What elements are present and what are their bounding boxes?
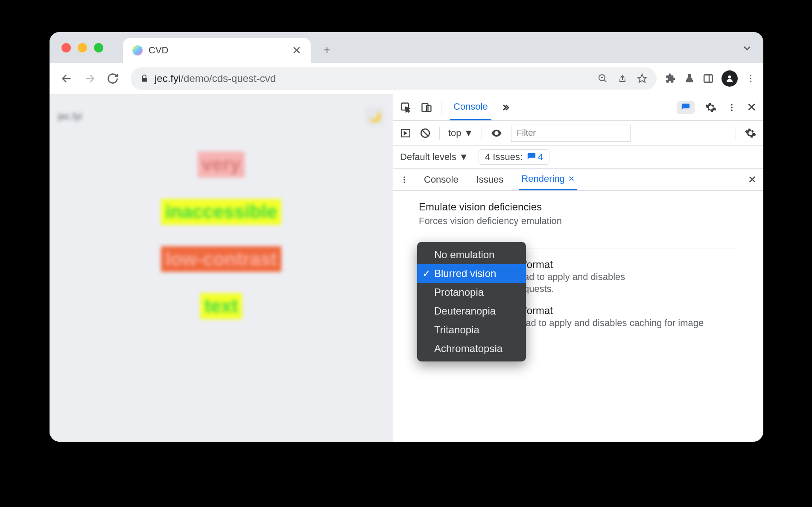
tab-title: CVD	[149, 45, 168, 56]
svg-point-9	[750, 75, 751, 76]
section-desc: Forces vision deficiency emulation	[419, 216, 738, 227]
more-tabs-button[interactable]	[500, 102, 510, 113]
context-selector[interactable]: top ▼	[448, 128, 473, 139]
back-button[interactable]	[57, 69, 76, 88]
close-tab-button[interactable]: ✕	[292, 44, 301, 57]
svg-point-17	[731, 109, 733, 111]
lock-icon	[140, 74, 149, 83]
device-toggle-icon[interactable]	[421, 102, 432, 114]
svg-rect-14	[426, 105, 431, 111]
drawer-tab-console[interactable]: Console	[421, 169, 461, 190]
reload-button[interactable]	[103, 69, 122, 88]
dropdown-item-blurred-vision[interactable]: Blurred vision	[417, 264, 526, 283]
console-tab[interactable]: Console	[450, 94, 491, 120]
extensions-icon[interactable]	[665, 73, 676, 84]
svg-point-8	[728, 75, 731, 78]
sample-text-4: text	[200, 293, 242, 319]
sidepanel-icon[interactable]	[703, 73, 714, 84]
tab-menu-button[interactable]	[741, 42, 753, 54]
sample-text-3: low-contrast	[161, 246, 281, 272]
svg-point-10	[750, 78, 751, 79]
svg-point-15	[731, 104, 733, 105]
share-icon[interactable]	[617, 73, 628, 84]
svg-point-23	[403, 179, 405, 180]
svg-marker-19	[404, 131, 406, 134]
drawer-menu-icon[interactable]	[400, 175, 409, 184]
dropdown-item-no-emulation[interactable]: No emulation	[417, 245, 526, 264]
drawer-tab-rendering[interactable]: Rendering ✕	[519, 169, 577, 190]
url-domain: jec.fyi	[155, 73, 181, 84]
sidebar-toggle-icon[interactable]	[400, 128, 411, 139]
address-bar[interactable]: jec.fyi/demo/cds-quest-cvd	[131, 67, 657, 90]
page-site-title: jec.fyi	[58, 111, 82, 122]
new-tab-button[interactable]: +	[318, 41, 336, 58]
svg-line-3	[604, 80, 606, 82]
dropdown-item-achromatopsia[interactable]: Achromatopsia	[417, 339, 526, 358]
issues-counter[interactable]: 4 Issues: 4	[479, 149, 549, 165]
inspect-icon[interactable]	[400, 102, 412, 114]
vision-deficiency-dropdown[interactable]: No emulation Blurred vision Protanopia D…	[417, 242, 526, 361]
zoom-icon[interactable]	[598, 73, 608, 84]
sample-text-1: very	[198, 152, 245, 178]
profile-button[interactable]	[721, 70, 738, 87]
menu-button[interactable]	[745, 73, 756, 84]
svg-rect-6	[704, 75, 713, 82]
svg-point-16	[731, 107, 733, 108]
console-settings-icon[interactable]	[745, 127, 757, 139]
dropdown-item-deuteranopia[interactable]: Deuteranopia	[417, 302, 526, 321]
close-tab-icon[interactable]: ✕	[568, 174, 575, 184]
svg-point-24	[403, 181, 405, 183]
favicon-icon	[132, 45, 143, 55]
browser-window: CVD ✕ + jec.fyi/demo/cds-quest-cvd	[50, 32, 763, 442]
clear-console-icon[interactable]	[420, 128, 431, 139]
settings-icon[interactable]	[705, 102, 717, 114]
devtools-panel: Console ✕ top ▼	[393, 94, 763, 442]
svg-point-22	[403, 176, 405, 178]
close-window-button[interactable]	[61, 43, 71, 52]
svg-point-11	[750, 81, 751, 82]
live-expression-icon[interactable]	[491, 127, 502, 139]
browser-toolbar: jec.fyi/demo/cds-quest-cvd	[50, 63, 763, 94]
filter-input[interactable]	[511, 125, 631, 142]
svg-rect-13	[422, 103, 428, 111]
svg-marker-5	[638, 74, 646, 82]
drawer-tab-issues[interactable]: Issues	[474, 169, 506, 190]
drawer-close-icon[interactable]: ✕	[748, 174, 757, 186]
forward-button[interactable]	[80, 69, 99, 88]
page-viewport: jec.fyi 🌙 very inaccessible low-contrast…	[50, 94, 393, 442]
sample-text-2: inaccessible	[161, 199, 281, 225]
devtools-menu-icon[interactable]	[727, 103, 736, 112]
issues-chip[interactable]	[677, 101, 695, 114]
svg-line-21	[423, 130, 428, 136]
labs-icon[interactable]	[684, 73, 695, 84]
minimize-window-button[interactable]	[78, 43, 87, 52]
dropdown-item-tritanopia[interactable]: Tritanopia	[417, 321, 526, 339]
log-levels-selector[interactable]: Default levels ▼	[400, 152, 468, 163]
url-path: /demo/cds-quest-cvd	[181, 73, 276, 84]
tab-bar: CVD ✕ +	[50, 32, 763, 63]
browser-tab[interactable]: CVD ✕	[123, 38, 311, 63]
devtools-close-icon[interactable]: ✕	[747, 100, 757, 114]
section-title: Emulate vision deficiencies	[419, 201, 738, 213]
dark-mode-toggle[interactable]: 🌙	[365, 107, 384, 126]
dropdown-item-protanopia[interactable]: Protanopia	[417, 283, 526, 302]
bookmark-icon[interactable]	[637, 73, 647, 84]
window-controls	[61, 43, 103, 52]
maximize-window-button[interactable]	[94, 43, 103, 52]
